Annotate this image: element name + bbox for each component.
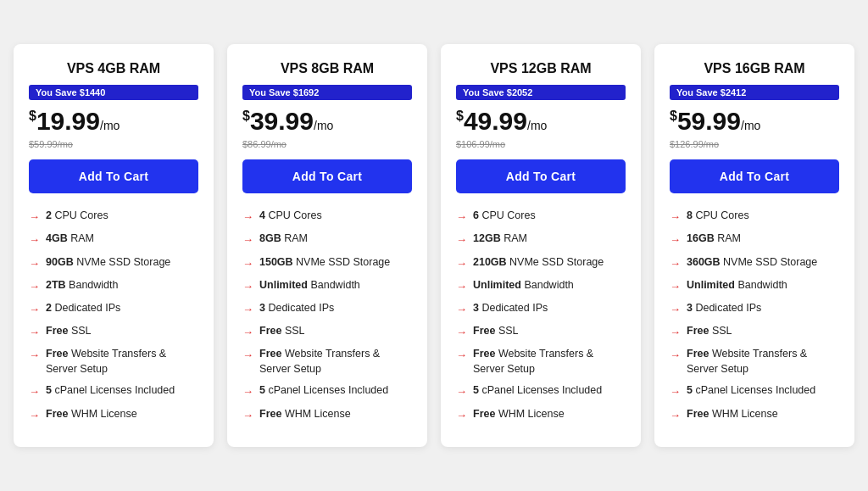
feature-text: 3 Dedicated IPs (473, 301, 548, 316)
arrow-icon: → (456, 209, 467, 225)
add-to-cart-button[interactable]: Add To Cart (456, 159, 626, 193)
feature-item: →3 Dedicated IPs (456, 301, 626, 317)
arrow-icon: → (456, 279, 467, 294)
arrow-icon: → (670, 209, 681, 225)
arrow-icon: → (456, 232, 467, 248)
feature-item: →Unlimited Bandwidth (670, 278, 839, 294)
feature-text: 8GB RAM (259, 232, 308, 247)
feature-item: →4GB RAM (29, 232, 198, 248)
arrow-icon: → (29, 348, 40, 363)
feature-text: Unlimited Bandwidth (687, 278, 787, 293)
feature-item: →Free Website Transfers & Server Setup (242, 347, 412, 377)
feature-item: →Free Website Transfers & Server Setup (456, 347, 626, 377)
arrow-icon: → (29, 232, 40, 248)
plan-title: VPS 16GB RAM (670, 61, 839, 76)
feature-item: →Free SSL (670, 324, 839, 340)
feature-item: →5 cPanel Licenses Included (29, 383, 198, 399)
feature-text: 5 cPanel Licenses Included (46, 383, 175, 399)
feature-item: →210GB NVMe SSD Storage (456, 255, 626, 271)
feature-item: →Free SSL (29, 324, 198, 340)
feature-text: 5 cPanel Licenses Included (687, 383, 815, 399)
price-main: $49.99/mo (456, 109, 626, 134)
feature-text: 4 CPU Cores (259, 209, 322, 224)
feature-item: →Free SSL (456, 324, 626, 340)
arrow-icon: → (29, 279, 40, 294)
feature-item: →3 Dedicated IPs (670, 301, 839, 317)
feature-item: →2 Dedicated IPs (29, 301, 198, 317)
arrow-icon: → (456, 408, 467, 423)
plan-title: VPS 12GB RAM (456, 61, 626, 76)
feature-text: 5 cPanel Licenses Included (259, 383, 388, 399)
feature-text: 6 CPU Cores (473, 209, 536, 224)
arrow-icon: → (456, 256, 467, 271)
plan-card-plan-12gb: VPS 12GB RAMYou Save $2052$49.99/mo$106.… (441, 44, 641, 447)
feature-item: →4 CPU Cores (242, 209, 412, 225)
arrow-icon: → (670, 384, 681, 399)
original-price: $59.99/mo (29, 139, 198, 149)
feature-item: →6 CPU Cores (456, 209, 626, 225)
arrow-icon: → (242, 256, 253, 271)
feature-text: 4GB RAM (46, 232, 94, 247)
savings-badge: You Save $2052 (456, 85, 626, 100)
arrow-icon: → (456, 348, 467, 363)
feature-text: 5 cPanel Licenses Included (473, 383, 602, 399)
price-main: $59.99/mo (670, 109, 839, 134)
arrow-icon: → (456, 302, 467, 317)
feature-item: →Free WHM License (456, 407, 626, 423)
arrow-icon: → (242, 325, 253, 340)
arrow-icon: → (242, 348, 253, 363)
feature-text: 2 Dedicated IPs (46, 301, 120, 316)
features-list: →6 CPU Cores→12GB RAM→210GB NVMe SSD Sto… (456, 209, 626, 430)
feature-item: →Free Website Transfers & Server Setup (670, 347, 839, 377)
price-block: $39.99/mo (242, 109, 412, 134)
feature-text: Free SSL (46, 324, 92, 339)
feature-text: Free SSL (259, 324, 305, 339)
savings-badge: You Save $1692 (242, 85, 412, 100)
feature-text: 3 Dedicated IPs (687, 301, 761, 316)
feature-item: →Unlimited Bandwidth (456, 278, 626, 294)
arrow-icon: → (242, 302, 253, 317)
add-to-cart-button[interactable]: Add To Cart (670, 159, 839, 193)
feature-item: →5 cPanel Licenses Included (670, 383, 839, 399)
add-to-cart-button[interactable]: Add To Cart (242, 159, 412, 193)
arrow-icon: → (242, 279, 253, 294)
arrow-icon: → (29, 408, 40, 423)
arrow-icon: → (456, 325, 467, 340)
price-block: $59.99/mo (670, 109, 839, 134)
arrow-icon: → (242, 209, 253, 225)
feature-item: →8GB RAM (242, 232, 412, 248)
price-main: $39.99/mo (242, 109, 412, 134)
add-to-cart-button[interactable]: Add To Cart (29, 159, 198, 193)
feature-item: →2TB Bandwidth (29, 278, 198, 294)
feature-item: →5 cPanel Licenses Included (456, 383, 626, 399)
feature-text: Free WHM License (46, 407, 137, 422)
price-block: $49.99/mo (456, 109, 626, 134)
original-price: $86.99/mo (242, 139, 412, 149)
feature-text: 90GB NVMe SSD Storage (46, 255, 170, 271)
feature-item: →90GB NVMe SSD Storage (29, 255, 198, 271)
arrow-icon: → (670, 408, 681, 423)
feature-text: 8 CPU Cores (687, 209, 749, 224)
feature-item: →3 Dedicated IPs (242, 301, 412, 317)
original-price: $106.99/mo (456, 139, 626, 149)
plan-title: VPS 8GB RAM (242, 61, 412, 76)
feature-text: Free Website Transfers & Server Setup (473, 347, 626, 377)
feature-text: Free Website Transfers & Server Setup (46, 347, 198, 377)
arrow-icon: → (670, 348, 681, 363)
feature-item: →360GB NVMe SSD Storage (670, 255, 839, 271)
arrow-icon: → (29, 325, 40, 340)
arrow-icon: → (670, 302, 681, 317)
feature-text: Free WHM License (473, 407, 565, 422)
plan-card-plan-8gb: VPS 8GB RAMYou Save $1692$39.99/mo$86.99… (227, 44, 427, 447)
arrow-icon: → (456, 384, 467, 399)
features-list: →2 CPU Cores→4GB RAM→90GB NVMe SSD Stora… (29, 209, 198, 430)
plan-card-plan-4gb: VPS 4GB RAMYou Save $1440$19.99/mo$59.99… (14, 44, 214, 447)
feature-item: →Free WHM License (29, 407, 198, 423)
arrow-icon: → (29, 384, 40, 399)
feature-item: →150GB NVMe SSD Storage (242, 255, 412, 271)
feature-text: Free WHM License (259, 407, 351, 422)
arrow-icon: → (242, 408, 253, 423)
feature-text: 2TB Bandwidth (46, 278, 118, 293)
arrow-icon: → (29, 256, 40, 271)
arrow-icon: → (670, 256, 681, 271)
